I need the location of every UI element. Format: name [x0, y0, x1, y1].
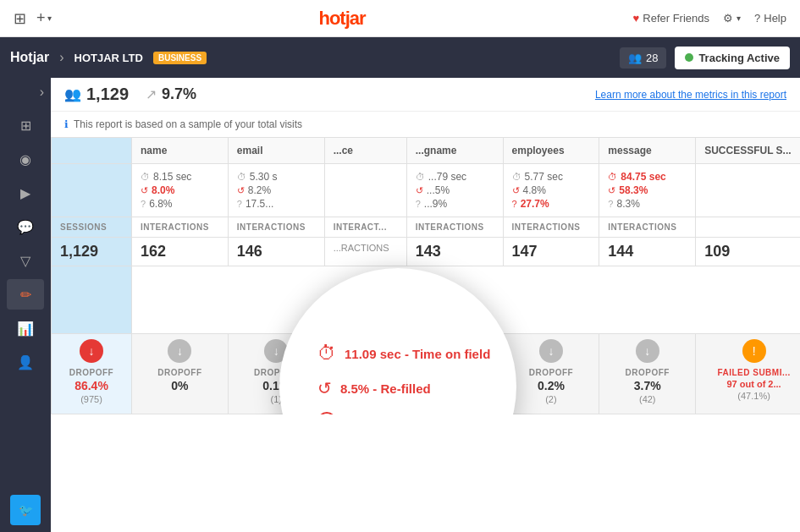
name-time-metric: ⏱ 8.15 sec — [141, 171, 219, 183]
users-icon: 👥 — [628, 52, 642, 64]
name-blank-metric: ? 6.8% — [141, 198, 219, 210]
magnifier-refill-text: 8.5% - Re-filled — [340, 381, 431, 396]
submit-count: 109 — [704, 243, 800, 261]
sidebar-item-heatmaps[interactable]: ◉ — [7, 144, 44, 174]
employees-dropoff-sub: (2) — [545, 394, 556, 404]
employees-count-cell: 147 — [503, 238, 599, 266]
experience-interactions-cell: INTERACT... — [324, 217, 406, 238]
submit-dropoff-sub: (47.1%) — [737, 391, 770, 401]
name-dropoff-icon: ↓ — [168, 339, 191, 363]
settings-button[interactable]: ⚙ ▾ — [723, 12, 741, 25]
name-count-cell: 162 — [132, 238, 229, 266]
name-dropoff-label: DROPOFF — [157, 368, 201, 377]
employees-dropoff-value: 0.2% — [538, 379, 565, 392]
heatmap-icon: ◉ — [19, 151, 31, 167]
sidebar-item-profile[interactable]: 👤 — [7, 347, 44, 377]
email-time-metric: ⏱ 5.30 s — [237, 171, 316, 183]
bounce-stat-icon: ↗ — [146, 86, 157, 102]
users-button[interactable]: 👥 28 — [620, 47, 666, 69]
sessions-count: 1,129 — [60, 243, 123, 261]
learn-more-link[interactable]: Learn more about the metrics in this rep… — [595, 89, 786, 101]
question-icon: ? — [512, 199, 517, 209]
sessions-dropoff-sub: (975) — [80, 394, 102, 404]
sessions-interactions-cell: SESSIONS — [52, 217, 132, 238]
help-button[interactable]: ? Help — [754, 12, 786, 25]
grid-icon[interactable]: ⊞ — [14, 9, 26, 28]
reload-icon: ↺ — [608, 185, 615, 196]
submit-dropoff-icon: ! — [742, 339, 766, 363]
col-header-email: email — [228, 138, 324, 164]
tracking-active-button[interactable]: Tracking Active — [675, 47, 790, 69]
polls-icon: 📊 — [17, 321, 34, 337]
orgname-count: 143 — [416, 243, 494, 261]
refer-friends-button[interactable]: ♥ Refer Friends — [633, 12, 709, 25]
magnifier-time-text: 11.09 sec - Time on field — [345, 347, 490, 361]
help-icon: ? — [754, 12, 760, 25]
sidebar-item-funnels[interactable]: ▽ — [7, 245, 44, 276]
reload-icon: ↺ — [317, 378, 332, 398]
employees-time-metric: ⏱ 5.77 sec — [512, 171, 591, 183]
plus-icon: + — [36, 9, 46, 27]
add-button[interactable]: + ▾ — [36, 9, 52, 27]
tracking-indicator — [685, 53, 693, 62]
experience-metrics-cell — [324, 164, 406, 217]
metrics-row: ⏱ 8.15 sec ↺ 8.0% ? 6.8% — [52, 164, 801, 217]
experience-count: ...RACTIONS — [334, 243, 398, 253]
sessions-dropoff-value: 86.4% — [74, 379, 108, 392]
info-icon: ℹ — [64, 118, 69, 130]
clock-icon: ⏱ — [141, 172, 150, 182]
interactions-value-row: 1,129 162 146 ...RACTIONS 143 — [52, 238, 801, 266]
twitter-button[interactable]: 🐦 — [10, 495, 41, 525]
sidebar-item-recordings[interactable]: ▶ — [7, 178, 44, 208]
dashboard-icon: ⊞ — [20, 118, 31, 134]
submit-count-cell: 109 — [696, 238, 800, 266]
employees-interactions-label: INTERACTIONS — [512, 222, 591, 232]
col-header-message: message — [599, 138, 696, 164]
message-dropoff-icon: ↓ — [636, 339, 659, 363]
question-icon: ? — [141, 199, 146, 209]
question-icon: ? — [237, 199, 242, 209]
col-header-name: name — [132, 138, 229, 164]
orgname-blank-metric: ? ...9% — [416, 198, 494, 210]
sidebar-item-polls[interactable]: 📊 — [7, 313, 44, 343]
magnifier-blank-text: 28.2% - Left blank — [345, 414, 452, 415]
bounce-stat: ↗ 9.7% — [146, 85, 196, 103]
sidebar-item-forms[interactable]: ✏ — [7, 279, 44, 310]
reload-icon: ↺ — [512, 185, 520, 196]
email-count: 146 — [237, 243, 316, 261]
name-dropoff-value: 0% — [171, 379, 188, 392]
reload-icon: ↺ — [141, 185, 148, 196]
logo-text: Hotjar — [10, 50, 49, 65]
name-metrics-cell: ⏱ 8.15 sec ↺ 8.0% ? 6.8% — [132, 164, 229, 217]
breadcrumb-separator: › — [59, 50, 63, 65]
reload-icon: ↺ — [416, 185, 423, 196]
sessions-metrics-cell — [52, 164, 132, 217]
interactions-label-row: SESSIONS INTERACTIONS INTERACTIONS INTER… — [52, 217, 801, 238]
sessions-label: SESSIONS — [60, 222, 123, 232]
experience-count-cell: ...RACTIONS — [324, 238, 406, 266]
sessions-stat-icon: 👥 — [64, 86, 81, 102]
table-container: ⏱ 11.09 sec - Time on field ↺ 8.5% - Re-… — [51, 137, 800, 414]
message-blank-metric: ? 8.3% — [608, 198, 687, 210]
sidebar-toggle[interactable]: › — [40, 85, 51, 100]
col-header-orgname: ...gname — [406, 138, 503, 164]
sidebar-item-feedback[interactable]: 💬 — [7, 211, 44, 242]
submit-interactions-cell — [696, 217, 800, 238]
col-header-experience: ...ce — [324, 138, 406, 164]
message-count-cell: 144 — [599, 238, 696, 266]
orgname-interactions-label: INTERACTIONS — [416, 222, 494, 232]
sidebar: › ⊞ ◉ ▶ 💬 ▽ ✏ 📊 👤 🐦 — [0, 78, 51, 532]
sessions-dropoff-label: DROPOFF — [69, 368, 113, 377]
clock-icon: ⏱ — [608, 172, 617, 182]
plan-badge: BUSINESS — [153, 52, 207, 64]
settings-chevron: ▾ — [737, 14, 741, 23]
clock-icon: ⏱ — [512, 172, 521, 182]
employees-dropoff-cell: ↓ DROPOFF 0.2% (2) — [503, 334, 599, 414]
employees-dropoff-icon: ↓ — [539, 339, 563, 363]
message-count: 144 — [608, 243, 687, 261]
message-dropoff-cell: ↓ DROPOFF 3.7% (42) — [599, 334, 696, 414]
orgname-refill-metric: ↺ ...5% — [416, 184, 494, 196]
magnifier-item-refill: ↺ 8.5% - Re-filled — [317, 378, 431, 398]
sidebar-item-dashboard[interactable]: ⊞ — [7, 110, 44, 140]
submit-dropoff-label: FAILED SUBMI... — [717, 368, 790, 377]
